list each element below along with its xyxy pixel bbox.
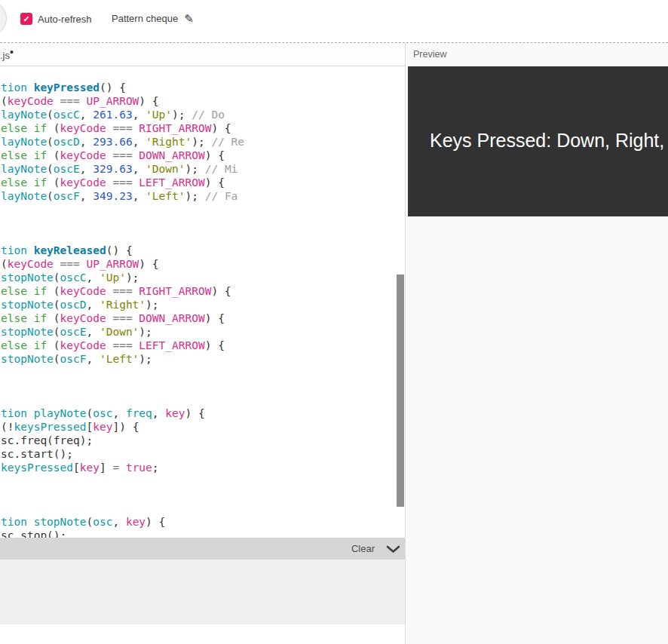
- code-line[interactable]: (keyCode === UP_ARROW) {: [1, 257, 244, 271]
- code-editor[interactable]: tion keyPressed() {(keyCode === UP_ARROW…: [0, 67, 405, 538]
- tab-sketch-js[interactable]: .js•: [0, 50, 14, 61]
- preview-panel: Preview Keys Pressed: Down, Right, Left: [406, 43, 668, 644]
- auto-refresh-label: Auto-refresh: [38, 14, 92, 25]
- code-line[interactable]: layNote(oscD, 293.66, 'Right'); // Re: [1, 135, 244, 149]
- code-line[interactable]: [1, 203, 244, 216]
- editor-scrollbar-thumb[interactable]: [397, 274, 404, 507]
- edit-pencil-icon[interactable]: ✎: [184, 14, 194, 24]
- code-line[interactable]: stopNote(oscD, 'Right');: [1, 298, 244, 311]
- code-line[interactable]: else if (keyCode === DOWN_ARROW) {: [1, 149, 244, 162]
- preview-label: Preview: [413, 49, 446, 60]
- sketch-canvas[interactable]: Keys Pressed: Down, Right, Left: [408, 66, 668, 216]
- tab-label: .js: [0, 50, 10, 61]
- code-line[interactable]: layNote(oscE, 329.63, 'Down'); // Mi: [1, 162, 244, 176]
- check-icon: ✓: [23, 14, 29, 23]
- code-line[interactable]: sc.stop();: [1, 529, 244, 538]
- console-clear-button[interactable]: Clear: [351, 543, 375, 554]
- code-line[interactable]: sc.freq(freq);: [1, 434, 244, 447]
- code-line[interactable]: else if (keyCode === RIGHT_ARROW) {: [1, 121, 244, 135]
- file-tab-bar: .js•: [0, 43, 405, 66]
- code-line[interactable]: [1, 366, 244, 379]
- unsaved-indicator: •: [10, 46, 14, 58]
- canvas-keys-pressed-text: Keys Pressed: Down, Right, Left: [430, 130, 668, 152]
- code-line[interactable]: (!keysPressed[key]) {: [1, 420, 244, 434]
- code-line[interactable]: [1, 216, 244, 230]
- code-line[interactable]: tion keyReleased() {: [1, 244, 244, 257]
- project-name: Pattern cheque: [112, 13, 178, 24]
- code-line[interactable]: tion playNote(osc, freq, key) {: [1, 406, 244, 420]
- code-line[interactable]: [1, 230, 244, 244]
- code-block[interactable]: tion keyPressed() {(keyCode === UP_ARROW…: [1, 81, 244, 538]
- code-line[interactable]: else if (keyCode === LEFT_ARROW) {: [1, 176, 244, 189]
- code-line[interactable]: [1, 379, 244, 393]
- code-line[interactable]: [1, 474, 244, 488]
- code-line[interactable]: stopNote(oscF, 'Left');: [1, 352, 244, 366]
- code-line[interactable]: sc.start();: [1, 447, 244, 461]
- code-line[interactable]: else if (keyCode === RIGHT_ARROW) {: [1, 284, 244, 298]
- code-line[interactable]: layNote(oscC, 261.63, 'Up'); // Do: [1, 108, 244, 121]
- code-line[interactable]: else if (keyCode === LEFT_ARROW) {: [1, 339, 244, 352]
- console-output-area: [0, 560, 405, 624]
- code-line[interactable]: (keyCode === UP_ARROW) {: [1, 94, 244, 108]
- project-title: Pattern cheque ✎: [112, 13, 194, 24]
- code-line[interactable]: [1, 501, 244, 515]
- code-line[interactable]: [1, 393, 244, 406]
- code-line[interactable]: [1, 488, 244, 501]
- toolbar: ✓ Auto-refresh Pattern cheque ✎: [0, 0, 668, 43]
- code-line[interactable]: tion stopNote(osc, key) {: [1, 515, 244, 529]
- auto-refresh-checkbox[interactable]: ✓: [20, 13, 32, 25]
- toolbar-circle-button[interactable]: [0, 1, 7, 36]
- code-line[interactable]: else if (keyCode === DOWN_ARROW) {: [1, 311, 244, 325]
- code-line[interactable]: keysPressed[key] = true;: [1, 461, 244, 474]
- code-line[interactable]: stopNote(oscC, 'Up');: [1, 271, 244, 284]
- console-header: Clear: [0, 538, 405, 560]
- code-line[interactable]: stopNote(oscE, 'Down');: [1, 325, 244, 339]
- code-line[interactable]: layNote(oscF, 349.23, 'Left'); // Fa: [1, 189, 244, 203]
- console-expand-chevron-icon[interactable]: [386, 545, 400, 554]
- p5-editor-window: ✓ Auto-refresh Pattern cheque ✎ .js• tio…: [0, 0, 668, 644]
- code-line[interactable]: tion keyPressed() {: [1, 81, 244, 94]
